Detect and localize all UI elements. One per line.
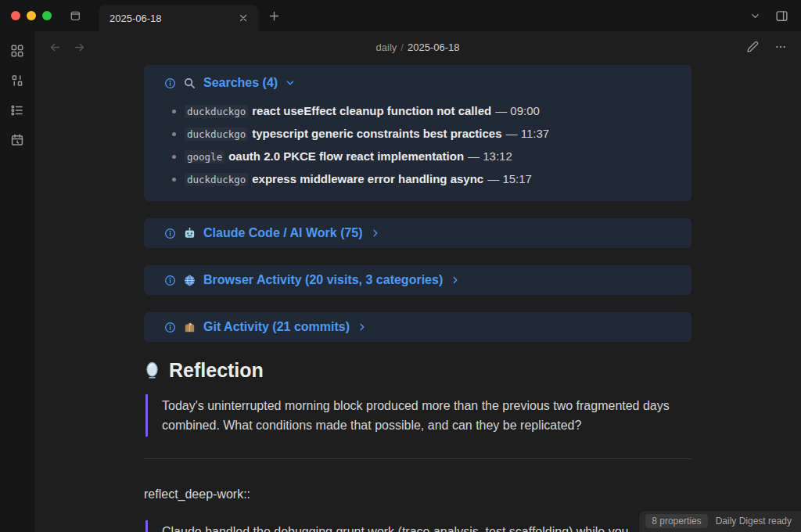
callout-searches-header[interactable]: Searches (4)	[164, 74, 679, 92]
search-time: — 11:37	[506, 127, 550, 140]
edit-pencil-icon[interactable]	[745, 39, 760, 55]
callout-searches-title: Searches (4)	[203, 74, 278, 92]
breadcrumb-parent[interactable]: daily	[376, 41, 397, 53]
tab-title: 2025-06-18	[110, 13, 235, 24]
search-time: — 13:12	[468, 149, 512, 163]
callout-git-activity[interactable]: Git Activity (21 commits)	[144, 312, 691, 342]
close-window-button[interactable]	[11, 11, 20, 20]
search-item: duckduckgoexpress middleware error handl…	[185, 169, 679, 189]
search-query: typescript generic constraints best prac…	[252, 127, 501, 140]
deep-work-quote-text: Claude handled the debugging grunt work …	[162, 525, 629, 532]
new-tab-button[interactable]	[259, 0, 289, 31]
zoom-window-button[interactable]	[42, 11, 52, 20]
reflection-quote: Today's uninterrupted morning block prod…	[145, 394, 691, 437]
searches-list: duckduckgoreact useEffect cleanup functi…	[164, 101, 679, 189]
callout-searches: Searches (4) duckduckgoreact useEffect c…	[144, 65, 691, 201]
reflection-heading-text: Reflection	[169, 359, 264, 382]
info-icon	[164, 322, 176, 333]
collapse-chevron-right-icon[interactable]	[357, 322, 368, 332]
calendar-clock-icon[interactable]	[9, 131, 26, 149]
forward-arrow-icon[interactable]	[71, 39, 88, 56]
status-properties[interactable]: 8 properties	[645, 514, 707, 528]
breadcrumb-separator: /	[400, 41, 404, 53]
search-item: googleoauth 2.0 PKCE flow react implemen…	[185, 146, 679, 167]
header-actions	[745, 39, 788, 55]
globe-emoji-icon	[183, 274, 196, 287]
main-area: daily / 2025-06-18	[0, 31, 801, 532]
grid-icon[interactable]	[9, 42, 26, 59]
chevron-down-icon[interactable]	[749, 10, 761, 22]
binary-icon[interactable]	[9, 72, 26, 89]
nav-arrows	[47, 39, 88, 56]
titlebar: 2025-06-18	[0, 0, 801, 31]
package-emoji-icon	[183, 321, 196, 334]
breadcrumb-current[interactable]: 2025-06-18	[408, 41, 460, 53]
reflection-quote-text: Today's uninterrupted morning block prod…	[162, 399, 670, 432]
callout-claude-code-title: Claude Code / AI Work (75)	[203, 225, 363, 242]
callout-git-activity-header[interactable]: Git Activity (21 commits)	[164, 318, 679, 336]
search-emoji-icon	[183, 77, 196, 90]
search-time: — 09:00	[495, 104, 540, 117]
search-query: express middleware error handling async	[252, 172, 483, 185]
divider	[144, 458, 691, 459]
view-header: daily / 2025-06-18	[34, 31, 801, 63]
titlebar-right-actions	[749, 0, 801, 31]
search-query: react useEffect cleanup function not cal…	[252, 104, 491, 117]
sidebar-toggle-icon[interactable]	[775, 9, 788, 23]
callout-browser-activity-title: Browser Activity (20 visits, 3 categorie…	[203, 271, 443, 289]
back-arrow-icon[interactable]	[47, 39, 63, 56]
info-icon	[164, 228, 176, 239]
info-icon	[164, 77, 176, 89]
traffic-lights	[0, 0, 59, 31]
callout-git-activity-title: Git Activity (21 commits)	[203, 318, 350, 336]
status-daily-digest[interactable]: Daily Digest ready	[716, 516, 792, 527]
deep-work-quote: Claude handled the debugging grunt work …	[145, 520, 691, 532]
tab-close-icon[interactable]	[235, 10, 251, 26]
list-icon[interactable]	[9, 102, 26, 119]
note-pane: daily / 2025-06-18	[34, 31, 801, 532]
search-time: — 15:17	[487, 172, 532, 185]
breadcrumb: daily / 2025-06-18	[376, 41, 460, 53]
callout-claude-code-header[interactable]: Claude Code / AI Work (75)	[164, 225, 679, 242]
tab-daily-note[interactable]: 2025-06-18	[99, 5, 259, 31]
reflection-heading: Reflection	[144, 359, 691, 382]
search-item: duckduckgotypescript generic constraints…	[185, 124, 679, 144]
status-bar: 8 properties Daily Digest ready	[638, 510, 801, 532]
search-engine: duckduckgo	[185, 105, 248, 118]
collapse-chevron-down-icon[interactable]	[285, 77, 296, 88]
mirror-emoji-icon	[144, 361, 160, 379]
note-body: Searches (4) duckduckgoreact useEffect c…	[144, 65, 691, 532]
info-icon	[164, 275, 176, 286]
search-engine: duckduckgo	[185, 128, 248, 141]
search-item: duckduckgoreact useEffect cleanup functi…	[185, 101, 679, 121]
ribbon-sidebar	[0, 31, 34, 532]
callout-browser-activity-header[interactable]: Browser Activity (20 visits, 3 categorie…	[164, 271, 679, 289]
callout-claude-code[interactable]: Claude Code / AI Work (75)	[144, 218, 691, 248]
tab-stack-icon[interactable]	[59, 0, 91, 31]
callout-browser-activity[interactable]: Browser Activity (20 visits, 3 categorie…	[144, 265, 691, 295]
search-engine: google	[185, 150, 224, 164]
search-engine: duckduckgo	[185, 173, 248, 186]
collapse-chevron-right-icon[interactable]	[370, 228, 381, 239]
note-scroll-area[interactable]: Searches (4) duckduckgoreact useEffect c…	[34, 63, 801, 532]
collapse-chevron-right-icon[interactable]	[450, 275, 461, 286]
more-options-icon[interactable]	[773, 39, 788, 55]
minimize-window-button[interactable]	[27, 11, 36, 20]
robot-emoji-icon	[183, 227, 196, 240]
reflect-field-label: reflect_deep-work::	[144, 487, 691, 501]
search-query: oauth 2.0 PKCE flow react implementation	[228, 149, 464, 163]
